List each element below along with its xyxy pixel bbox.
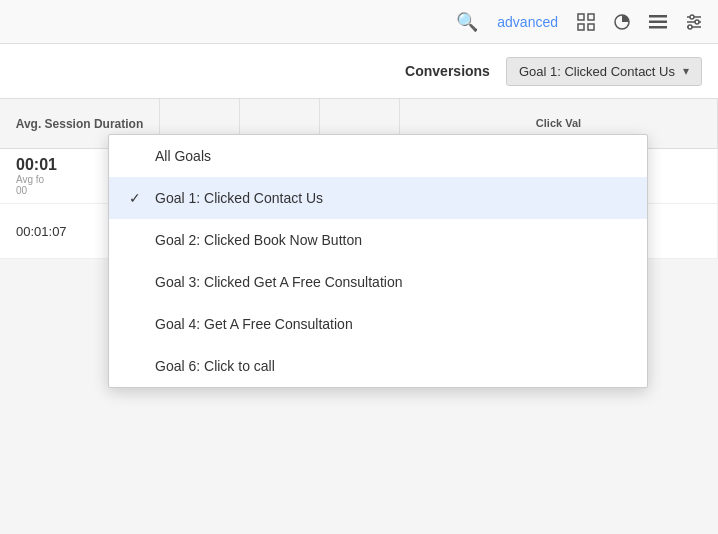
dropdown-item-goal3[interactable]: Goal 3: Clicked Get A Free Consultation <box>109 261 647 303</box>
header-row: Conversions Goal 1: Clicked Contact Us ▾ <box>0 44 718 99</box>
advanced-link[interactable]: advanced <box>489 14 566 30</box>
goal-dropdown-menu: All Goals ✓ Goal 1: Clicked Contact Us G… <box>108 134 648 388</box>
check-icon: ✓ <box>129 190 145 206</box>
svg-rect-1 <box>588 14 594 20</box>
conversions-label: Conversions <box>405 63 490 79</box>
svg-rect-0 <box>578 14 584 20</box>
toolbar: 🔍 advanced <box>0 0 718 44</box>
svg-point-11 <box>690 15 694 19</box>
dropdown-item-goal1[interactable]: ✓ Goal 1: Clicked Contact Us <box>109 177 647 219</box>
svg-rect-2 <box>578 24 584 30</box>
svg-rect-6 <box>649 20 667 23</box>
dropdown-item-label: Goal 4: Get A Free Consultation <box>155 316 353 332</box>
goal-dropdown-button[interactable]: Goal 1: Clicked Contact Us ▾ <box>506 57 702 86</box>
pie-chart-button[interactable] <box>606 6 638 38</box>
dropdown-item-label: All Goals <box>155 148 211 164</box>
svg-rect-5 <box>649 15 667 18</box>
dropdown-item-label: Goal 2: Clicked Book Now Button <box>155 232 362 248</box>
svg-point-12 <box>695 20 699 24</box>
dropdown-item-goal6[interactable]: Goal 6: Click to call <box>109 345 647 387</box>
dropdown-arrow-icon: ▾ <box>683 64 689 78</box>
dropdown-item-goal2[interactable]: Goal 2: Clicked Book Now Button <box>109 219 647 261</box>
dropdown-item-all-goals[interactable]: All Goals <box>109 135 647 177</box>
svg-point-13 <box>688 25 692 29</box>
dropdown-item-label: Goal 1: Clicked Contact Us <box>155 190 323 206</box>
svg-rect-3 <box>588 24 594 30</box>
filter-button[interactable] <box>678 6 710 38</box>
list-view-button[interactable] <box>642 6 674 38</box>
search-button[interactable]: 🔍 <box>449 6 485 38</box>
dropdown-item-label: Goal 3: Clicked Get A Free Consultation <box>155 274 402 290</box>
dropdown-item-label: Goal 6: Click to call <box>155 358 275 374</box>
grid-view-button[interactable] <box>570 6 602 38</box>
dropdown-selected-label: Goal 1: Clicked Contact Us <box>519 64 675 79</box>
svg-rect-7 <box>649 26 667 29</box>
dropdown-item-goal4[interactable]: Goal 4: Get A Free Consultation <box>109 303 647 345</box>
